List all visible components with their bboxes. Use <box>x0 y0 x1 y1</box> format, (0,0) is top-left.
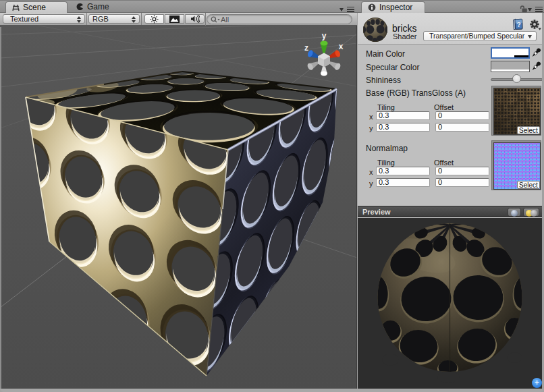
svg-text:?: ? <box>516 21 520 28</box>
svg-text:x: x <box>339 42 344 51</box>
svg-text:z: z <box>304 43 308 53</box>
svg-text:y: y <box>322 31 327 40</box>
